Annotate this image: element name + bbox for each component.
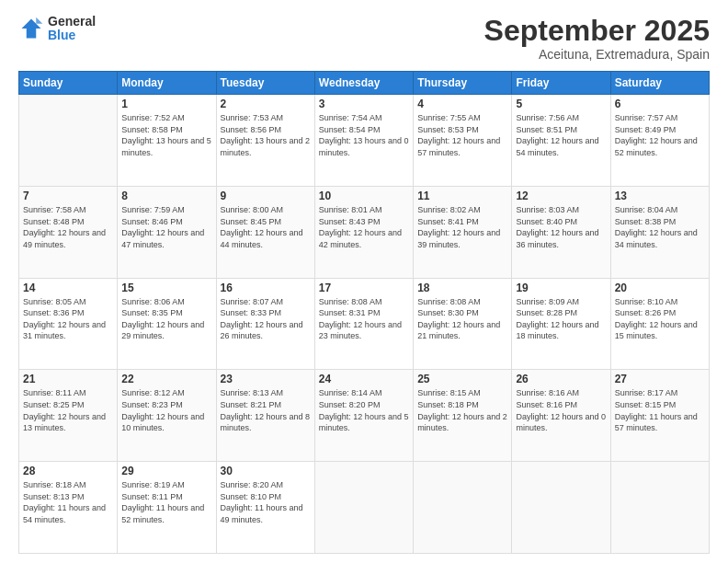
calendar-cell: 24Sunrise: 8:14 AMSunset: 8:20 PMDayligh…: [314, 370, 413, 462]
day-number: 15: [121, 282, 211, 294]
calendar-cell: 10Sunrise: 8:01 AMSunset: 8:43 PMDayligh…: [314, 186, 413, 278]
day-number: 25: [417, 373, 507, 385]
day-info: Sunrise: 8:14 AMSunset: 8:20 PMDaylight:…: [319, 387, 409, 433]
day-number: 23: [221, 373, 311, 385]
calendar-week-row: 1Sunrise: 7:52 AMSunset: 8:58 PMDaylight…: [19, 95, 710, 187]
calendar-cell: [610, 462, 709, 554]
day-info: Sunrise: 8:20 AMSunset: 8:10 PMDaylight:…: [221, 479, 311, 525]
day-number: 26: [516, 373, 606, 385]
page: General Blue September 2025 Aceituna, Ex…: [0, 0, 728, 563]
calendar-cell: 25Sunrise: 8:15 AMSunset: 8:18 PMDayligh…: [414, 370, 512, 462]
calendar-cell: 9Sunrise: 8:00 AMSunset: 8:45 PMDaylight…: [216, 186, 314, 278]
calendar-cell: 28Sunrise: 8:18 AMSunset: 8:13 PMDayligh…: [19, 462, 118, 554]
day-number: 4: [417, 98, 507, 110]
calendar-cell: 23Sunrise: 8:13 AMSunset: 8:21 PMDayligh…: [216, 370, 314, 462]
day-info: Sunrise: 7:54 AMSunset: 8:54 PMDaylight:…: [319, 112, 409, 158]
logo-icon: [18, 16, 44, 41]
day-number: 3: [319, 98, 409, 110]
day-info: Sunrise: 8:13 AMSunset: 8:21 PMDaylight:…: [221, 387, 311, 433]
calendar-cell: 15Sunrise: 8:06 AMSunset: 8:35 PMDayligh…: [118, 278, 216, 370]
day-number: 7: [23, 190, 113, 202]
day-number: 11: [417, 190, 507, 202]
calendar-cell: 4Sunrise: 7:55 AMSunset: 8:53 PMDaylight…: [414, 95, 512, 187]
month-title: September 2025: [484, 15, 710, 47]
day-number: 8: [121, 190, 211, 202]
day-info: Sunrise: 7:58 AMSunset: 8:48 PMDaylight:…: [23, 204, 113, 250]
day-info: Sunrise: 7:59 AMSunset: 8:46 PMDaylight:…: [121, 204, 211, 250]
day-info: Sunrise: 8:18 AMSunset: 8:13 PMDaylight:…: [23, 479, 113, 525]
day-info: Sunrise: 8:05 AMSunset: 8:36 PMDaylight:…: [23, 296, 113, 342]
calendar-cell: [314, 462, 413, 554]
day-number: 12: [516, 190, 606, 202]
calendar-cell: 20Sunrise: 8:10 AMSunset: 8:26 PMDayligh…: [610, 278, 709, 370]
logo-blue-text: Blue: [48, 29, 96, 42]
calendar-cell: 7Sunrise: 7:58 AMSunset: 8:48 PMDaylight…: [19, 186, 118, 278]
day-info: Sunrise: 8:10 AMSunset: 8:26 PMDaylight:…: [615, 296, 705, 342]
day-info: Sunrise: 8:08 AMSunset: 8:31 PMDaylight:…: [319, 296, 409, 342]
title-area: September 2025 Aceituna, Extremadura, Sp…: [484, 15, 710, 62]
weekday-header: Sunday: [19, 72, 118, 95]
day-info: Sunrise: 8:16 AMSunset: 8:16 PMDaylight:…: [516, 387, 606, 433]
calendar-cell: 11Sunrise: 8:02 AMSunset: 8:41 PMDayligh…: [414, 186, 512, 278]
day-number: 10: [319, 190, 409, 202]
day-number: 19: [516, 282, 606, 294]
day-info: Sunrise: 8:11 AMSunset: 8:25 PMDaylight:…: [23, 387, 113, 433]
day-info: Sunrise: 8:15 AMSunset: 8:18 PMDaylight:…: [417, 387, 507, 433]
calendar-week-row: 14Sunrise: 8:05 AMSunset: 8:36 PMDayligh…: [19, 278, 710, 370]
day-number: 24: [319, 373, 409, 385]
day-info: Sunrise: 8:03 AMSunset: 8:40 PMDaylight:…: [516, 204, 606, 250]
calendar-cell: 22Sunrise: 8:12 AMSunset: 8:23 PMDayligh…: [118, 370, 216, 462]
calendar-cell: 3Sunrise: 7:54 AMSunset: 8:54 PMDaylight…: [314, 95, 413, 187]
day-number: 27: [615, 373, 705, 385]
weekday-header: Monday: [118, 72, 216, 95]
calendar-cell: 29Sunrise: 8:19 AMSunset: 8:11 PMDayligh…: [118, 462, 216, 554]
day-info: Sunrise: 7:52 AMSunset: 8:58 PMDaylight:…: [121, 112, 211, 158]
calendar-cell: 17Sunrise: 8:08 AMSunset: 8:31 PMDayligh…: [314, 278, 413, 370]
calendar-cell: [512, 462, 610, 554]
logo-general-text: General: [48, 15, 96, 29]
day-number: 17: [319, 282, 409, 294]
calendar-cell: 1Sunrise: 7:52 AMSunset: 8:58 PMDaylight…: [118, 95, 216, 187]
location-subtitle: Aceituna, Extremadura, Spain: [484, 47, 710, 62]
weekday-header: Wednesday: [314, 72, 413, 95]
day-number: 6: [615, 98, 705, 110]
day-number: 21: [23, 373, 113, 385]
day-info: Sunrise: 8:01 AMSunset: 8:43 PMDaylight:…: [319, 204, 409, 250]
weekday-header: Saturday: [610, 72, 709, 95]
day-info: Sunrise: 7:53 AMSunset: 8:56 PMDaylight:…: [221, 112, 311, 158]
svg-marker-1: [36, 17, 42, 24]
day-info: Sunrise: 7:55 AMSunset: 8:53 PMDaylight:…: [417, 112, 507, 158]
day-info: Sunrise: 8:07 AMSunset: 8:33 PMDaylight:…: [221, 296, 311, 342]
calendar-cell: 8Sunrise: 7:59 AMSunset: 8:46 PMDaylight…: [118, 186, 216, 278]
calendar-cell: 26Sunrise: 8:16 AMSunset: 8:16 PMDayligh…: [512, 370, 610, 462]
calendar-table: SundayMondayTuesdayWednesdayThursdayFrid…: [18, 71, 710, 554]
calendar-cell: 27Sunrise: 8:17 AMSunset: 8:15 PMDayligh…: [610, 370, 709, 462]
header: General Blue September 2025 Aceituna, Ex…: [18, 15, 710, 62]
calendar-cell: 12Sunrise: 8:03 AMSunset: 8:40 PMDayligh…: [512, 186, 610, 278]
calendar-week-row: 28Sunrise: 8:18 AMSunset: 8:13 PMDayligh…: [19, 462, 710, 554]
day-info: Sunrise: 8:19 AMSunset: 8:11 PMDaylight:…: [121, 479, 211, 525]
day-info: Sunrise: 8:12 AMSunset: 8:23 PMDaylight:…: [121, 387, 211, 433]
calendar-cell: [19, 95, 118, 187]
calendar-cell: 2Sunrise: 7:53 AMSunset: 8:56 PMDaylight…: [216, 95, 314, 187]
calendar-cell: 14Sunrise: 8:05 AMSunset: 8:36 PMDayligh…: [19, 278, 118, 370]
day-number: 16: [221, 282, 311, 294]
calendar-header-row: SundayMondayTuesdayWednesdayThursdayFrid…: [19, 72, 710, 95]
calendar-week-row: 21Sunrise: 8:11 AMSunset: 8:25 PMDayligh…: [19, 370, 710, 462]
day-number: 20: [615, 282, 705, 294]
day-number: 13: [615, 190, 705, 202]
calendar-cell: 19Sunrise: 8:09 AMSunset: 8:28 PMDayligh…: [512, 278, 610, 370]
day-number: 18: [417, 282, 507, 294]
day-number: 1: [121, 98, 211, 110]
calendar-week-row: 7Sunrise: 7:58 AMSunset: 8:48 PMDaylight…: [19, 186, 710, 278]
day-number: 14: [23, 282, 113, 294]
calendar-cell: 21Sunrise: 8:11 AMSunset: 8:25 PMDayligh…: [19, 370, 118, 462]
calendar-cell: 13Sunrise: 8:04 AMSunset: 8:38 PMDayligh…: [610, 186, 709, 278]
day-number: 29: [121, 465, 211, 477]
day-number: 22: [121, 373, 211, 385]
day-info: Sunrise: 8:09 AMSunset: 8:28 PMDaylight:…: [516, 296, 606, 342]
day-number: 28: [23, 465, 113, 477]
day-number: 9: [221, 190, 311, 202]
day-info: Sunrise: 8:04 AMSunset: 8:38 PMDaylight:…: [615, 204, 705, 250]
weekday-header: Friday: [512, 72, 610, 95]
